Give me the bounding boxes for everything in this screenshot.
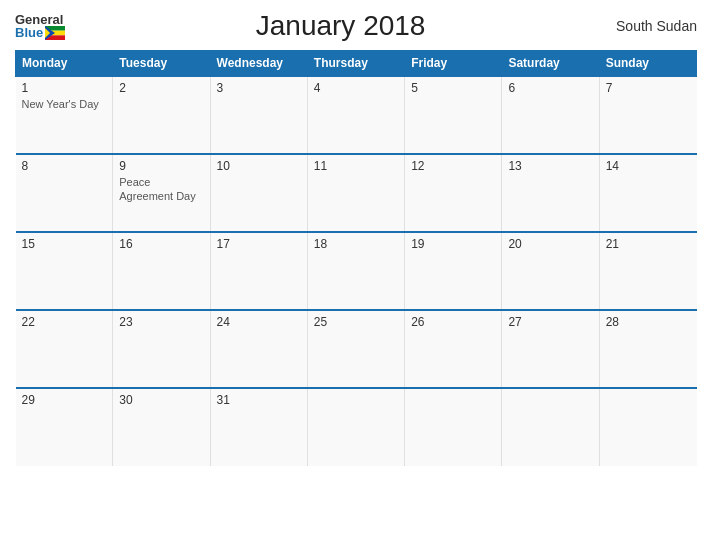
- calendar-cell: 29: [16, 388, 113, 466]
- week-row-5: 293031: [16, 388, 697, 466]
- day-number: 28: [606, 315, 691, 329]
- calendar-cell: 30: [113, 388, 210, 466]
- calendar-title: January 2018: [256, 10, 426, 42]
- calendar-cell: 27: [502, 310, 599, 388]
- calendar-cell: 10: [210, 154, 307, 232]
- day-number: 11: [314, 159, 398, 173]
- calendar-cell: 7: [599, 76, 696, 154]
- day-number: 3: [217, 81, 301, 95]
- calendar-cell: 17: [210, 232, 307, 310]
- calendar-cell: 11: [307, 154, 404, 232]
- weekday-header-wednesday: Wednesday: [210, 51, 307, 77]
- day-number: 22: [22, 315, 107, 329]
- calendar-cell: [405, 388, 502, 466]
- calendar-cell: 15: [16, 232, 113, 310]
- calendar-cell: 1New Year's Day: [16, 76, 113, 154]
- week-row-1: 1New Year's Day234567: [16, 76, 697, 154]
- day-number: 10: [217, 159, 301, 173]
- week-row-2: 89Peace Agreement Day1011121314: [16, 154, 697, 232]
- weekday-header-saturday: Saturday: [502, 51, 599, 77]
- calendar-cell: 2: [113, 76, 210, 154]
- logo-blue-text: Blue: [15, 26, 43, 39]
- logo-flag-icon: [45, 26, 65, 40]
- day-number: 18: [314, 237, 398, 251]
- day-number: 27: [508, 315, 592, 329]
- day-number: 26: [411, 315, 495, 329]
- weekday-header-row: MondayTuesdayWednesdayThursdayFridaySatu…: [16, 51, 697, 77]
- calendar-cell: 21: [599, 232, 696, 310]
- weekday-header-friday: Friday: [405, 51, 502, 77]
- day-number: 25: [314, 315, 398, 329]
- calendar-cell: 31: [210, 388, 307, 466]
- day-number: 30: [119, 393, 203, 407]
- country-name: South Sudan: [616, 18, 697, 34]
- weekday-header-monday: Monday: [16, 51, 113, 77]
- calendar-table: MondayTuesdayWednesdayThursdayFridaySatu…: [15, 50, 697, 466]
- calendar-cell: 9Peace Agreement Day: [113, 154, 210, 232]
- day-number: 17: [217, 237, 301, 251]
- weekday-header-sunday: Sunday: [599, 51, 696, 77]
- day-number: 5: [411, 81, 495, 95]
- day-number: 12: [411, 159, 495, 173]
- day-number: 6: [508, 81, 592, 95]
- calendar-cell: 25: [307, 310, 404, 388]
- weekday-header-tuesday: Tuesday: [113, 51, 210, 77]
- calendar-cell: 19: [405, 232, 502, 310]
- calendar-cell: 28: [599, 310, 696, 388]
- day-number: 14: [606, 159, 691, 173]
- weekday-header-thursday: Thursday: [307, 51, 404, 77]
- calendar-cell: 14: [599, 154, 696, 232]
- day-number: 31: [217, 393, 301, 407]
- day-number: 23: [119, 315, 203, 329]
- logo-general-text: General: [15, 13, 65, 26]
- week-row-3: 15161718192021: [16, 232, 697, 310]
- calendar-cell: [599, 388, 696, 466]
- calendar-cell: 8: [16, 154, 113, 232]
- day-number: 1: [22, 81, 107, 95]
- calendar-header: General Blue January 2018 South Sudan: [15, 10, 697, 42]
- calendar-cell: 26: [405, 310, 502, 388]
- calendar-cell: 20: [502, 232, 599, 310]
- calendar-cell: 16: [113, 232, 210, 310]
- calendar-cell: 4: [307, 76, 404, 154]
- week-row-4: 22232425262728: [16, 310, 697, 388]
- day-number: 15: [22, 237, 107, 251]
- calendar-cell: 22: [16, 310, 113, 388]
- day-number: 19: [411, 237, 495, 251]
- calendar-cell: 6: [502, 76, 599, 154]
- day-number: 7: [606, 81, 691, 95]
- day-number: 8: [22, 159, 107, 173]
- calendar-cell: 23: [113, 310, 210, 388]
- calendar-cell: 5: [405, 76, 502, 154]
- calendar-cell: [307, 388, 404, 466]
- calendar-cell: [502, 388, 599, 466]
- logo-blue-row: Blue: [15, 26, 65, 40]
- calendar-wrapper: General Blue January 2018 South Sudan Mo…: [0, 0, 712, 550]
- day-number: 21: [606, 237, 691, 251]
- holiday-name: New Year's Day: [22, 98, 99, 110]
- day-number: 4: [314, 81, 398, 95]
- logo: General Blue: [15, 13, 65, 40]
- holiday-name: Peace Agreement Day: [119, 176, 195, 202]
- day-number: 29: [22, 393, 107, 407]
- calendar-cell: 12: [405, 154, 502, 232]
- calendar-cell: 13: [502, 154, 599, 232]
- calendar-thead: MondayTuesdayWednesdayThursdayFridaySatu…: [16, 51, 697, 77]
- day-number: 20: [508, 237, 592, 251]
- day-number: 9: [119, 159, 203, 173]
- day-number: 13: [508, 159, 592, 173]
- calendar-cell: 18: [307, 232, 404, 310]
- calendar-cell: 3: [210, 76, 307, 154]
- day-number: 16: [119, 237, 203, 251]
- day-number: 2: [119, 81, 203, 95]
- calendar-tbody: 1New Year's Day23456789Peace Agreement D…: [16, 76, 697, 466]
- day-number: 24: [217, 315, 301, 329]
- calendar-cell: 24: [210, 310, 307, 388]
